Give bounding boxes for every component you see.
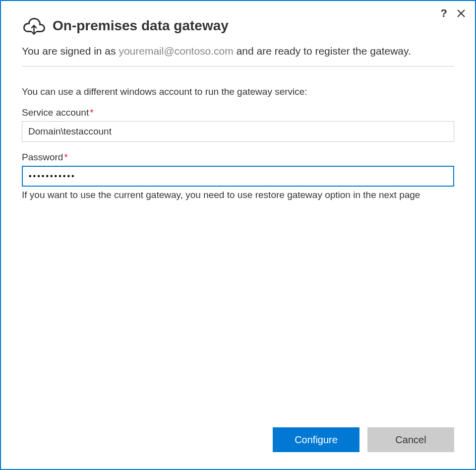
signin-status: You are signed in as youremail@contoso.c… [22,44,454,67]
page-title: On-premises data gateway [53,18,229,34]
subtitle-suffix: and are ready to register the gateway. [234,45,411,57]
service-account-group: Service account* [22,107,454,142]
password-group: Password* If you want to use the current… [22,152,454,201]
password-input[interactable] [22,166,454,187]
cloud-icon [22,16,46,36]
button-row: Configure Cancel [273,427,454,452]
required-indicator: * [64,152,67,162]
required-indicator: * [90,107,93,118]
titlebar: ? [441,7,466,20]
close-icon[interactable] [456,8,466,18]
dialog-content: On-premises data gateway You are signed … [1,1,475,201]
cancel-button[interactable]: Cancel [367,427,454,452]
service-account-input[interactable] [22,121,454,142]
password-label: Password* [22,152,454,163]
signin-email: youremail@contoso.com [119,45,233,57]
subtitle-prefix: You are signed in as [22,45,119,57]
restore-hint: If you want to use the current gateway, … [22,190,454,201]
gateway-dialog: ? On-premises data gateway You are signe… [0,0,476,470]
configure-button[interactable]: Configure [273,427,359,452]
service-account-label-text: Service account [22,107,89,118]
password-label-text: Password [22,152,63,162]
form-intro-text: You can use a different windows account … [22,86,454,97]
header-row: On-premises data gateway [22,16,454,36]
service-account-label: Service account* [22,107,454,118]
help-icon[interactable]: ? [441,7,447,20]
